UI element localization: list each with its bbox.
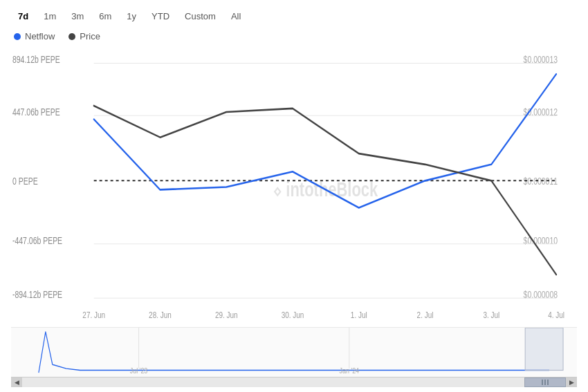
svg-text:894.12b PEPE: 894.12b PEPE bbox=[12, 55, 60, 66]
scrollbar[interactable]: ◀ ▶ bbox=[11, 377, 577, 386]
scrollbar-thumb[interactable] bbox=[524, 377, 566, 387]
svg-text:$0.000008: $0.000008 bbox=[524, 290, 558, 301]
svg-rect-29 bbox=[525, 328, 563, 371]
mini-chart: Jul '23 Jan '24 bbox=[11, 327, 577, 377]
scrollbar-right-button[interactable]: ▶ bbox=[566, 377, 577, 387]
tab-all[interactable]: All bbox=[224, 8, 248, 24]
price-label: Price bbox=[80, 31, 100, 41]
grip-1 bbox=[542, 380, 543, 385]
main-chart: 894.12b PEPE 447.06b PEPE 0 PEPE -447.06… bbox=[11, 47, 577, 327]
tab-1y[interactable]: 1y bbox=[120, 8, 143, 24]
svg-text:$0.000013: $0.000013 bbox=[524, 55, 558, 66]
svg-text:2. Jul: 2. Jul bbox=[417, 310, 434, 320]
svg-text:-447.06b PEPE: -447.06b PEPE bbox=[12, 235, 62, 246]
svg-rect-24 bbox=[11, 328, 577, 377]
scrollbar-track[interactable] bbox=[22, 377, 566, 387]
svg-text:3. Jul: 3. Jul bbox=[483, 310, 499, 320]
svg-text:0 PEPE: 0 PEPE bbox=[12, 176, 38, 187]
mini-chart-svg: Jul '23 Jan '24 bbox=[11, 328, 577, 377]
tab-1m[interactable]: 1m bbox=[37, 8, 63, 24]
legend-price: Price bbox=[68, 31, 100, 41]
svg-text:29. Jun: 29. Jun bbox=[215, 310, 238, 320]
tab-3m[interactable]: 3m bbox=[64, 8, 91, 24]
grip-3 bbox=[547, 380, 549, 385]
netflow-dot bbox=[14, 33, 21, 40]
main-chart-svg: 894.12b PEPE 447.06b PEPE 0 PEPE -447.06… bbox=[11, 47, 577, 327]
svg-text:-894.12b PEPE: -894.12b PEPE bbox=[12, 290, 62, 301]
tab-custom[interactable]: Custom bbox=[178, 8, 223, 24]
netflow-label: Netflow bbox=[25, 31, 55, 41]
svg-text:1. Jul: 1. Jul bbox=[351, 310, 367, 320]
svg-text:27. Jun: 27. Jun bbox=[82, 310, 105, 320]
price-dot bbox=[68, 33, 75, 40]
tab-ytd[interactable]: YTD bbox=[145, 8, 176, 24]
scrollbar-left-button[interactable]: ◀ bbox=[11, 377, 22, 387]
grip-2 bbox=[544, 380, 546, 385]
tab-6m[interactable]: 6m bbox=[92, 8, 118, 24]
svg-text:4. Jul: 4. Jul bbox=[548, 310, 564, 320]
legend-netflow: Netflow bbox=[14, 31, 55, 41]
svg-text:28. Jun: 28. Jun bbox=[149, 310, 172, 320]
svg-text:30. Jun: 30. Jun bbox=[282, 310, 304, 320]
svg-text:$0.000010: $0.000010 bbox=[524, 235, 558, 246]
chart-area: 894.12b PEPE 447.06b PEPE 0 PEPE -447.06… bbox=[11, 47, 577, 386]
main-container: 7d 1m 3m 6m 1y YTD Custom All Netflow Pr… bbox=[0, 0, 588, 392]
svg-text:447.06b PEPE: 447.06b PEPE bbox=[12, 107, 60, 118]
time-range-tabs: 7d 1m 3m 6m 1y YTD Custom All bbox=[11, 8, 577, 24]
tab-7d[interactable]: 7d bbox=[11, 8, 35, 24]
chart-legend: Netflow Price bbox=[11, 31, 577, 41]
